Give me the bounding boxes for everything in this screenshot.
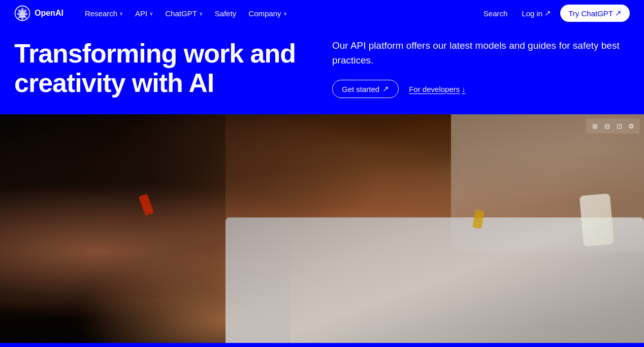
company-chevron-icon: ∨	[283, 11, 287, 16]
for-devs-arrow-icon: ↓	[462, 85, 466, 93]
openai-logo[interactable]: OpenAI	[14, 5, 63, 21]
image-toolbar: ⊞ ⊟ ⊡ ⚙	[586, 118, 640, 134]
for-developers-button[interactable]: For developers ↓	[409, 85, 466, 93]
get-started-button[interactable]: Get started ↗	[332, 80, 399, 98]
nav-right: Search Log in ↗ Try ChatGPT ↗	[478, 5, 630, 22]
hero-buttons: Get started ↗ For developers ↓	[332, 80, 630, 98]
get-started-arrow-icon: ↗	[382, 84, 389, 93]
toolbar-grid-icon[interactable]: ⊞	[589, 120, 600, 132]
image-section: ⊞ ⊟ ⊡ ⚙	[0, 114, 644, 343]
hero-image	[0, 114, 644, 343]
try-arrow-icon: ↗	[615, 9, 622, 18]
hero-section: Transforming work and creativity with AI…	[0, 26, 644, 114]
hero-headline: Transforming work and creativity with AI	[14, 39, 312, 97]
nav-links: Research ∨ API ∨ ChatGPT ∨ Safety Compan…	[80, 6, 478, 21]
nav-company[interactable]: Company ∨	[243, 6, 292, 21]
api-chevron-icon: ∨	[149, 11, 153, 16]
laptop-overlay	[226, 217, 644, 343]
toolbar-expand-icon[interactable]: ⊡	[614, 120, 625, 132]
nav-research[interactable]: Research ∨	[80, 6, 128, 21]
phone-detail	[579, 193, 614, 246]
nav-api[interactable]: API ∨	[130, 6, 158, 21]
logo-text: OpenAI	[35, 9, 63, 18]
chatgpt-chevron-icon: ∨	[199, 11, 203, 16]
nav-safety[interactable]: Safety	[210, 6, 242, 21]
login-arrow-icon: ↗	[544, 9, 551, 18]
nav-chatgpt[interactable]: ChatGPT ∨	[160, 6, 208, 21]
hero-right-area: Our API platform offers our latest model…	[332, 39, 630, 98]
login-button[interactable]: Log in ↗	[517, 6, 556, 21]
try-chatgpt-button[interactable]: Try ChatGPT ↗	[560, 5, 630, 22]
image-background	[0, 114, 644, 343]
toolbar-settings-icon[interactable]: ⚙	[626, 120, 637, 132]
search-button[interactable]: Search	[478, 6, 513, 21]
hero-description: Our API platform offers our latest model…	[332, 39, 630, 68]
navbar: OpenAI Research ∨ API ∨ ChatGPT ∨ Safety…	[0, 0, 644, 26]
toolbar-minus-icon[interactable]: ⊟	[601, 120, 613, 132]
hero-headline-area: Transforming work and creativity with AI	[14, 39, 312, 97]
research-chevron-icon: ∨	[119, 11, 123, 16]
